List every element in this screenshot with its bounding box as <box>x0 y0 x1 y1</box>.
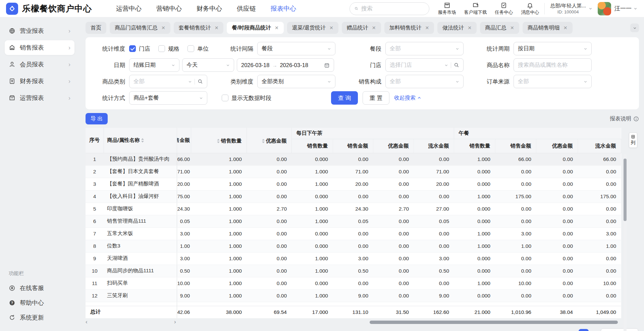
table-row[interactable]: 9天湖啤酒3.001.0000.001.0003.000.003.000.000… <box>86 252 621 265</box>
sidebar-item-business-report[interactable]: 营业报表 › <box>5 23 74 38</box>
close-icon[interactable]: ✕ <box>215 25 219 30</box>
table-row[interactable]: 12三笑牙刷9.001.0000.001.0009.000.009.000.00… <box>86 289 621 302</box>
interval-select[interactable]: 餐段 <box>257 42 335 55</box>
sidebar-item-help-center[interactable]: ? 帮助中心 <box>5 296 74 310</box>
table-row[interactable]: 1【预约商品】贵州酸汤牛肉66.001.0000.000.0000.000.00… <box>86 153 621 165</box>
page-size-select[interactable]: 200 条/页 <box>601 328 638 331</box>
order-source-select[interactable]: 全部 <box>514 75 592 88</box>
dimension-checkbox-规格[interactable]: 规格 <box>158 45 179 53</box>
table-row[interactable]: 7五常大米饭3.001.0000.000.0000.000.000.001.00… <box>86 227 621 240</box>
sub-col-header-优惠金额[interactable]: 优惠金额 <box>536 139 578 153</box>
message-center-button[interactable]: 消息中心 <box>521 2 539 15</box>
date-quick-select[interactable]: 今天 <box>182 58 234 72</box>
table-row[interactable]: 4【收入科目】油爆河虾75.001.0000.000.0000.000.000.… <box>86 190 621 203</box>
table-row[interactable]: 6销售管理商品1110.051.0000.001.0000.050.000.05… <box>86 215 621 227</box>
col-header-amount-clipped[interactable]: 售金额 <box>177 128 191 153</box>
category-dimension-select[interactable]: 全部类别 <box>257 75 335 88</box>
sort-icon[interactable] <box>141 138 144 143</box>
nav-marketing-center[interactable]: 营销中心 <box>156 4 182 13</box>
client-download-button[interactable]: 客户端下载 <box>464 2 487 15</box>
tab-加料销售统计[interactable]: 加料销售统计✕ <box>384 22 434 34</box>
product-name-input[interactable]: 搜索商品或属性名称 <box>514 58 592 72</box>
global-search[interactable] <box>350 2 429 15</box>
date-type-select[interactable]: 结账日期 <box>129 58 179 72</box>
table-row[interactable]: 8位数31.001.0000.000.0000.000.000.001.0001… <box>86 240 621 252</box>
table-row[interactable]: 10商品同步的物品11110.501.0000.001.0000.500.000… <box>86 265 621 277</box>
tab-home[interactable]: 首页 <box>86 22 106 34</box>
table-row[interactable]: 11扫码买单10.001.0000.000.0000.000.000.001.0… <box>86 277 621 289</box>
close-icon[interactable]: ✕ <box>275 25 279 30</box>
tab-赠品统计[interactable]: 赠品统计✕ <box>342 22 381 34</box>
table-row[interactable]: 5印度咖喱饭24.301.0002.701.00024.302.7027.000… <box>86 203 621 215</box>
nav-report-center[interactable]: 报表中心 <box>271 4 296 13</box>
horizontal-scrollbar-thumb[interactable] <box>370 321 618 324</box>
nav-operation-center[interactable]: 运营中心 <box>116 4 142 13</box>
dimension-checkbox-门店[interactable]: 门店 <box>129 45 150 53</box>
sort-icon[interactable] <box>262 139 265 143</box>
cycle-select[interactable]: 按日期 <box>514 42 592 55</box>
nav-supply-chain[interactable]: 供应链 <box>237 4 256 13</box>
export-button[interactable]: 导 出 <box>86 113 108 124</box>
org-switcher[interactable]: 总部/年轻人第... ID: 100004 <box>550 3 592 14</box>
collapse-search-link[interactable]: 收起搜索 <box>394 95 421 102</box>
sidebar-item-member-report[interactable]: 会员报表 › <box>5 57 74 72</box>
page-number-button[interactable]: 1 <box>579 329 589 331</box>
avatar[interactable] <box>598 2 611 15</box>
col-header-qty[interactable]: 销售数量 <box>191 128 247 153</box>
sub-col-header-销售数量[interactable]: 销售数量 <box>454 139 495 153</box>
report-note-link[interactable]: 报表说明 <box>610 115 639 122</box>
close-icon[interactable]: ✕ <box>510 25 514 30</box>
tab-退菜/退货统计[interactable]: 退菜/退货统计✕ <box>287 22 338 34</box>
table-row[interactable]: 2【套餐】日本文具套餐71.001.0000.001.00071.000.007… <box>86 165 621 178</box>
sidebar-item-sales-report[interactable]: 销售报表 › <box>5 40 74 55</box>
show-empty-period-checkbox[interactable]: 显示无数据时段 <box>222 94 271 102</box>
composition-select[interactable]: 全部 <box>385 75 464 88</box>
scroll-right-button[interactable]: › <box>174 319 176 325</box>
tab-商品门店销售汇总[interactable]: 商品门店销售汇总✕ <box>110 22 170 34</box>
tab-overflow-button[interactable] <box>630 23 639 32</box>
row-value: 1.000 <box>454 153 495 165</box>
sub-col-header-销售数量[interactable]: 销售数量 <box>291 139 333 153</box>
sidebar-item-system-update[interactable]: 系统更新 <box>5 311 74 324</box>
scroll-left-button[interactable]: ‹ <box>86 319 88 325</box>
tab-商品销售明细[interactable]: 商品销售明细✕ <box>523 22 573 34</box>
category-select[interactable]: 全部 <box>129 75 207 88</box>
table-row[interactable]: 3【套餐】国产精酿啤酒20.001.0000.001.00020.000.002… <box>86 178 621 190</box>
sub-col-header-销售金额[interactable]: 销售金额 <box>495 139 536 153</box>
stat-mode-select[interactable]: 商品+套餐 <box>129 91 207 105</box>
col-header-name[interactable]: 商品/属性名称 <box>104 128 177 153</box>
tab-套餐销售统计[interactable]: 套餐销售统计✕ <box>174 22 224 34</box>
user-menu[interactable]: 汪一一 <box>614 5 637 12</box>
col-header-seq[interactable]: 序号 <box>86 128 104 153</box>
store-select[interactable]: 选择门店 <box>385 58 464 72</box>
date-range-input[interactable]: 2026-03-18 → 2026-03-18 <box>237 58 334 72</box>
tab-商品汇总[interactable]: 商品汇总✕ <box>480 22 519 34</box>
sidebar-item-online-support[interactable]: 在线客服 <box>5 281 74 295</box>
query-button[interactable]: 查 询 <box>331 91 358 105</box>
global-search-input[interactable] <box>361 5 412 12</box>
tab-做法统计[interactable]: 做法统计✕ <box>437 22 477 34</box>
tab-餐/时段商品统计[interactable]: 餐/时段商品统计✕ <box>227 22 283 34</box>
close-icon[interactable]: ✕ <box>161 25 165 30</box>
close-icon[interactable]: ✕ <box>329 25 333 30</box>
close-icon[interactable]: ✕ <box>468 25 472 30</box>
nav-finance-center[interactable]: 财务中心 <box>197 4 222 13</box>
sub-col-header-流水金额[interactable]: 流水金额 <box>578 139 621 153</box>
sidebar-item-finance-report[interactable]: 财务报表 › <box>5 74 74 89</box>
reset-button[interactable]: 重 置 <box>363 91 389 105</box>
col-header-discount[interactable]: 优惠金额 <box>247 128 291 153</box>
sub-col-header-流水金额[interactable]: 流水金额 <box>414 139 454 153</box>
sub-col-header-优惠金额[interactable]: 优惠金额 <box>373 139 414 153</box>
dimension-checkbox-单位[interactable]: 单位 <box>187 45 209 53</box>
meal-select[interactable]: 全部 <box>385 42 464 55</box>
close-icon[interactable]: ✕ <box>564 25 568 30</box>
service-market-button[interactable]: 服务市场 <box>438 2 456 15</box>
close-icon[interactable]: ✕ <box>372 25 376 30</box>
close-icon[interactable]: ✕ <box>425 25 429 30</box>
sort-icon[interactable] <box>217 139 220 143</box>
column-settings-button[interactable]: 列 <box>629 132 637 148</box>
sub-col-header-销售金额[interactable]: 销售金额 <box>333 139 373 153</box>
vertical-scrollbar-thumb[interactable] <box>624 159 627 221</box>
sidebar-item-operation-report[interactable]: 运营报表 › <box>5 91 74 105</box>
task-center-button[interactable]: 任务中心 <box>495 2 513 15</box>
